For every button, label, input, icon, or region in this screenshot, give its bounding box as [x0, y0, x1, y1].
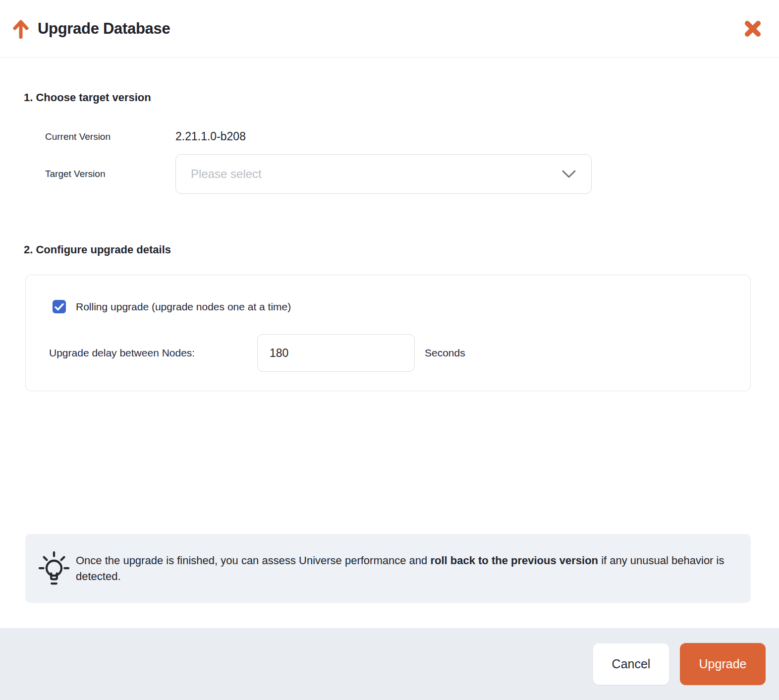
choose-version-heading: 1. Choose target version	[24, 91, 755, 104]
configure-card: Rolling upgrade (upgrade nodes one at a …	[25, 275, 751, 391]
lightbulb-icon	[38, 551, 70, 586]
target-version-row: Target Version Please select	[45, 154, 755, 194]
cancel-button[interactable]: Cancel	[593, 643, 669, 685]
upgrade-button[interactable]: Upgrade	[680, 643, 766, 685]
info-note: Once the upgrade is finished, you can as…	[25, 534, 751, 603]
checkbox-checked-icon[interactable]	[53, 300, 66, 313]
modal-footer: Cancel Upgrade	[0, 628, 779, 700]
target-version-label: Target Version	[45, 169, 175, 179]
modal-header: Upgrade Database	[0, 0, 779, 58]
current-version-value: 2.21.1.0-b208	[175, 130, 246, 143]
upgrade-arrow-icon	[12, 19, 30, 39]
info-note-text: Once the upgrade is finished, you can as…	[76, 553, 731, 584]
modal-title: Upgrade Database	[38, 20, 170, 38]
target-version-placeholder: Please select	[191, 167, 262, 181]
current-version-row: Current Version 2.21.1.0-b208	[45, 130, 755, 143]
close-button[interactable]	[741, 17, 764, 40]
upgrade-delay-input[interactable]	[257, 334, 415, 372]
upgrade-delay-row: Upgrade delay between Nodes: Seconds	[49, 334, 750, 372]
target-version-select[interactable]: Please select	[175, 154, 592, 194]
upgrade-delay-unit: Seconds	[425, 347, 465, 359]
upgrade-delay-label: Upgrade delay between Nodes:	[49, 347, 257, 359]
close-icon	[743, 32, 762, 40]
configure-heading: 2. Configure upgrade details	[24, 243, 755, 256]
modal-body: 1. Choose target version Current Version…	[0, 58, 779, 628]
chevron-down-icon	[561, 170, 576, 178]
info-text-before: Once the upgrade is finished, you can as…	[76, 554, 430, 567]
info-text-bold: roll back to the previous version	[430, 554, 598, 567]
rolling-upgrade-checkbox-row[interactable]: Rolling upgrade (upgrade nodes one at a …	[53, 300, 291, 313]
rolling-upgrade-label: Rolling upgrade (upgrade nodes one at a …	[76, 301, 291, 313]
current-version-label: Current Version	[45, 131, 175, 142]
